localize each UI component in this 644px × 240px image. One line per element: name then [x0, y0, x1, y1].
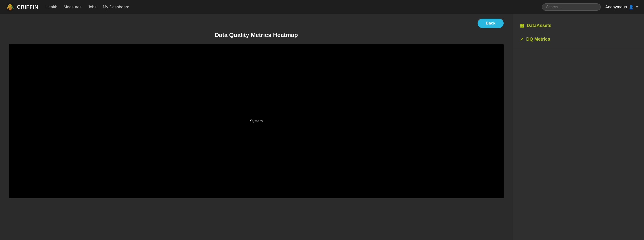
- griffin-logo-icon: [6, 2, 15, 12]
- search-input[interactable]: [542, 4, 601, 11]
- user-label: Anonymous: [605, 5, 627, 10]
- user-avatar-icon: 👤: [628, 5, 634, 10]
- brand-name-text: GRIFFIN: [17, 4, 38, 10]
- back-button[interactable]: Back: [478, 19, 504, 28]
- user-menu[interactable]: Anonymous 👤 ▼: [605, 5, 638, 10]
- sidebar-item-dq-metrics-label: DQ Metrics: [526, 37, 550, 42]
- nav-link-my-dashboard[interactable]: My Dashboard: [103, 5, 129, 10]
- heatmap-system-label: System: [250, 119, 263, 124]
- back-button-row: Back: [9, 19, 504, 28]
- svg-point-4: [9, 4, 12, 7]
- navbar-right: Anonymous 👤 ▼: [542, 4, 638, 11]
- heatmap-container: System: [9, 44, 504, 198]
- nav-link-jobs[interactable]: Jobs: [88, 5, 96, 10]
- data-assets-icon: ▦: [520, 23, 524, 28]
- svg-point-5: [10, 5, 10, 6]
- content-area: Back Data Quality Metrics Heatmap System: [0, 14, 513, 240]
- brand-logo[interactable]: GRIFFIN: [6, 2, 38, 12]
- sidebar-divider: [513, 48, 644, 48]
- sidebar-item-data-assets[interactable]: ▦ DataAssets: [513, 19, 644, 32]
- nav-link-health[interactable]: Health: [46, 5, 57, 10]
- page-title: Data Quality Metrics Heatmap: [9, 32, 504, 39]
- sidebar: ▦ DataAssets ↗ DQ Metrics: [513, 14, 644, 240]
- dq-metrics-icon: ↗: [520, 36, 524, 42]
- sidebar-item-dq-metrics[interactable]: ↗ DQ Metrics: [513, 32, 644, 46]
- navbar: GRIFFIN Health Measures Jobs My Dashboar…: [0, 0, 644, 14]
- user-caret-icon: ▼: [636, 5, 638, 9]
- sidebar-item-data-assets-label: DataAssets: [527, 23, 552, 28]
- nav-link-measures[interactable]: Measures: [64, 5, 82, 10]
- main-layout: Back Data Quality Metrics Heatmap System…: [0, 14, 644, 240]
- nav-links: Health Measures Jobs My Dashboard: [46, 5, 535, 10]
